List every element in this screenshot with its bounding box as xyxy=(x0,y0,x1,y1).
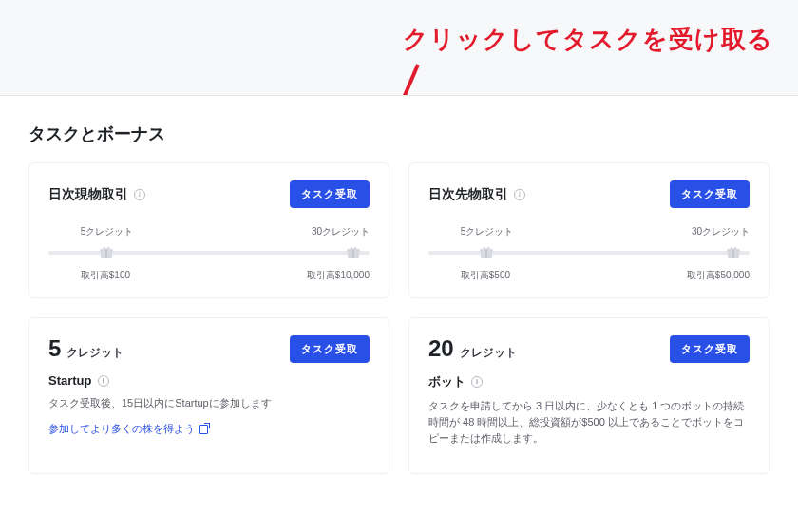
card-daily-spot: 日次現物取引 i タスク受取 5クレジット 30クレジット xyxy=(28,162,390,298)
card-bot: タスク受取 20 クレジット ボット i タスクを申請してから 3 日以内に、少… xyxy=(408,317,770,474)
content-panel: タスクとボーナス 日次現物取引 i タスク受取 5クレジット 30クレジット xyxy=(0,95,798,532)
credit-label: クレジット xyxy=(66,345,124,361)
milestone-sublabel: 取引高$500 xyxy=(461,269,510,282)
card-description: タスク受取後、15日以内にStartupに参加します xyxy=(48,395,370,411)
svg-rect-11 xyxy=(732,249,734,258)
milestone-label: 30クレジット xyxy=(312,225,370,238)
milestone-sublabel: 取引高$50,000 xyxy=(687,269,750,282)
card-title: 日次先物取引 xyxy=(428,186,508,203)
gift-icon xyxy=(346,245,361,260)
info-icon[interactable]: i xyxy=(471,376,483,388)
receive-task-button[interactable]: タスク受取 xyxy=(670,335,750,363)
link-text: 参加してより多くの株を得よう xyxy=(48,422,195,436)
progress-track: 5クレジット 30クレジット 取引高$500 取引高$50,000 xyxy=(428,221,750,278)
page-title: タスクとボーナス xyxy=(28,123,770,145)
card-startup: タスク受取 5 クレジット Startup i タスク受取後、15日以内にSta… xyxy=(28,317,390,474)
gift-icon xyxy=(479,245,494,260)
card-description: タスクを申請してから 3 日以内に、少なくとも 1 つのボットの持続時間が 48… xyxy=(428,398,750,446)
milestone-sublabel: 取引高$10,000 xyxy=(307,269,370,282)
milestone-sublabel: 取引高$100 xyxy=(81,269,130,282)
info-icon[interactable]: i xyxy=(514,189,525,200)
card-title: 日次現物取引 xyxy=(48,186,128,203)
credit-amount: 20 xyxy=(428,335,454,362)
credit-label: クレジット xyxy=(460,345,517,361)
receive-task-button[interactable]: タスク受取 xyxy=(290,180,370,208)
card-subtitle: Startup xyxy=(48,373,92,388)
svg-rect-8 xyxy=(485,249,487,258)
milestone-label: 30クレジット xyxy=(692,225,750,238)
card-daily-futures: 日次先物取引 i タスク受取 5クレジット 30クレジット xyxy=(408,162,770,298)
milestone-label: 5クレジット xyxy=(461,225,514,238)
info-icon[interactable]: i xyxy=(134,189,145,200)
gift-icon xyxy=(726,245,741,260)
info-icon[interactable]: i xyxy=(98,375,109,387)
external-link-icon xyxy=(199,425,208,434)
gift-icon xyxy=(99,245,114,260)
card-subtitle: ボット xyxy=(428,373,466,390)
receive-task-button[interactable]: タスク受取 xyxy=(290,335,370,363)
credit-amount: 5 xyxy=(48,335,61,362)
svg-rect-5 xyxy=(352,249,354,258)
progress-bar xyxy=(48,251,370,255)
receive-task-button[interactable]: タスク受取 xyxy=(670,180,750,208)
cards-grid: 日次現物取引 i タスク受取 5クレジット 30クレジット xyxy=(28,162,770,474)
milestone-label: 5クレジット xyxy=(81,225,134,238)
startup-link[interactable]: 参加してより多くの株を得よう xyxy=(48,422,208,436)
progress-track: 5クレジット 30クレジット 取引高$100 取引高$10,000 xyxy=(48,221,370,278)
svg-rect-2 xyxy=(105,249,107,258)
annotation-callout: クリックしてタスクを受け取る xyxy=(403,23,773,56)
progress-bar xyxy=(428,251,750,255)
